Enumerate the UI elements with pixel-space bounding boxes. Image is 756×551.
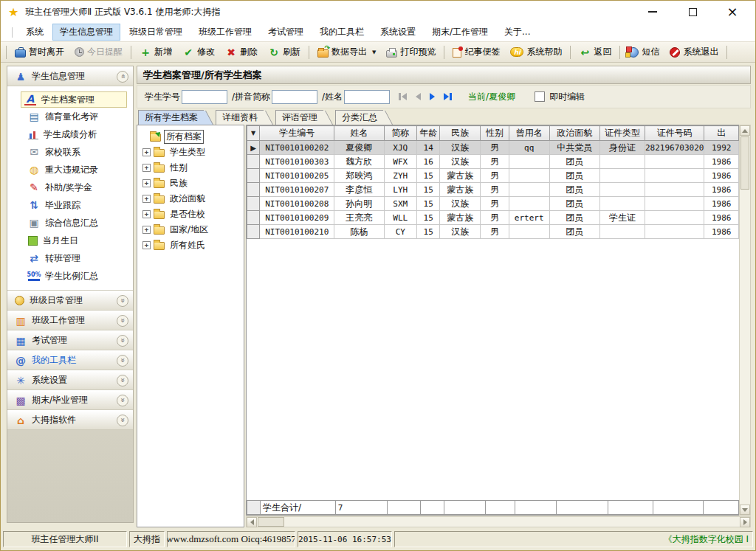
table-cell[interactable]: 团员 <box>549 197 599 211</box>
toolbar-button-6[interactable]: ✖删除 <box>220 44 263 61</box>
table-cell[interactable]: 16 <box>416 155 439 169</box>
expand-chevron-icon[interactable]: » <box>117 315 128 327</box>
vertical-scrollbar[interactable] <box>739 125 751 516</box>
table-cell[interactable]: SXM <box>384 197 416 211</box>
table-cell[interactable]: 团员 <box>549 169 599 183</box>
table-cell[interactable] <box>509 155 549 169</box>
table-cell[interactable]: NIT0010100210 <box>260 225 334 239</box>
expand-plus-icon[interactable]: + <box>142 210 151 218</box>
table-row-0[interactable]: ▶NIT0010100202夏俊卿XJQ14汉族男qq中共党员身份证282196… <box>247 141 739 155</box>
table-cell[interactable]: 魏方欣 <box>334 155 384 169</box>
table-row-3[interactable]: NIT0010100207李彦恒LYH15蒙古族男团员1986 <box>247 183 739 197</box>
column-header-10[interactable]: 出 <box>704 126 739 141</box>
table-cell[interactable]: 1986 <box>704 225 739 239</box>
tab-1[interactable]: 详细资料 <box>216 110 264 125</box>
table-cell[interactable]: 孙向明 <box>334 197 384 211</box>
table-cell[interactable] <box>645 155 704 169</box>
sidebar-section-header-0[interactable]: ♟学生信息管理» <box>7 66 133 86</box>
table-cell[interactable] <box>509 225 549 239</box>
table-cell[interactable]: NIT0010100202 <box>260 141 334 155</box>
sidebar-section-header-2[interactable]: ▥班级工作管理» <box>7 311 133 330</box>
table-cell[interactable]: 男 <box>480 211 509 225</box>
sidebar-section-header-3[interactable]: ▦考试管理» <box>7 330 133 350</box>
table-cell[interactable]: 汉族 <box>440 141 481 155</box>
table-cell[interactable]: 1986 <box>704 169 739 183</box>
table-cell[interactable]: 夏俊卿 <box>334 141 384 155</box>
table-cell[interactable]: ertert <box>509 211 549 225</box>
column-header-4[interactable]: 民族 <box>440 126 481 141</box>
expand-chevron-icon[interactable]: » <box>117 355 128 367</box>
table-cell[interactable]: XJQ <box>384 141 416 155</box>
table-cell[interactable]: qq <box>509 141 549 155</box>
table-cell[interactable] <box>645 197 704 211</box>
expand-plus-icon[interactable]: + <box>142 195 151 203</box>
scroll-track[interactable] <box>285 517 740 527</box>
expand-chevron-icon[interactable]: » <box>117 335 128 347</box>
column-header-5[interactable]: 性别 <box>480 126 509 141</box>
expand-plus-icon[interactable]: + <box>142 241 151 249</box>
horizontal-scroll-thumb[interactable] <box>258 517 284 527</box>
table-cell[interactable]: 蒙古族 <box>440 211 481 225</box>
tab-2[interactable]: 评语管理 <box>275 110 323 125</box>
expand-chevron-icon[interactable]: » <box>117 415 128 426</box>
sidebar-item-0-4[interactable]: ◍重大违规记录 <box>25 161 133 179</box>
table-cell[interactable]: 15 <box>416 225 439 239</box>
expand-plus-icon[interactable]: + <box>142 148 151 156</box>
table-cell[interactable] <box>600 183 645 197</box>
minimize-button[interactable] <box>645 4 661 20</box>
sidebar-item-0-5[interactable]: ✎补助/奖学金 <box>25 179 133 196</box>
menu-item-8[interactable]: 期末/工作管理 <box>425 24 495 41</box>
table-cell[interactable]: 团员 <box>549 211 599 225</box>
collapse-chevron-icon[interactable]: » <box>117 71 128 83</box>
table-cell[interactable]: 15 <box>416 211 439 225</box>
menu-item-1[interactable]: 系统 <box>18 24 51 41</box>
table-cell[interactable]: 1986 <box>704 197 739 211</box>
search-input-0[interactable] <box>182 90 227 104</box>
table-cell[interactable]: 男 <box>480 197 509 211</box>
table-cell[interactable] <box>509 183 549 197</box>
table-cell[interactable]: NIT0010100303 <box>260 155 334 169</box>
table-cell[interactable] <box>509 197 549 211</box>
row-selector-cell[interactable] <box>247 211 260 225</box>
row-selector-cell[interactable] <box>247 197 260 211</box>
table-cell[interactable]: 汉族 <box>440 225 481 239</box>
toolbar-button-5[interactable]: ✔修改 <box>177 44 220 61</box>
toolbar-button-17[interactable]: 短信 <box>623 44 664 61</box>
table-cell[interactable] <box>600 225 645 239</box>
table-cell[interactable]: 14 <box>416 141 439 155</box>
table-cell[interactable] <box>645 225 704 239</box>
table-cell[interactable]: NIT0010100208 <box>260 197 334 211</box>
table-cell[interactable]: 中共党员 <box>549 141 599 155</box>
instant-edit-checkbox[interactable] <box>535 91 545 102</box>
column-header-0[interactable]: 学生编号 <box>260 126 334 141</box>
scroll-track[interactable] <box>740 190 750 505</box>
table-cell[interactable] <box>600 197 645 211</box>
toolbar-button-1[interactable]: 暂时离开 <box>10 44 69 61</box>
toolbar-button-18[interactable]: 系统退出 <box>664 44 724 61</box>
sidebar-item-0-8[interactable]: 当月生日 <box>25 232 133 249</box>
table-row-1[interactable]: NIT0010100303魏方欣WFX16汉族男团员1986 <box>247 155 739 169</box>
table-cell[interactable]: 汉族 <box>440 197 481 211</box>
table-cell[interactable]: NIT0010100209 <box>260 211 334 225</box>
table-cell[interactable]: 男 <box>480 155 509 169</box>
search-input-1[interactable] <box>272 90 317 104</box>
scroll-up-arrow[interactable] <box>740 125 750 136</box>
table-row-6[interactable]: NIT0010100210陈杨CY15汉族男团员1986 <box>247 225 739 239</box>
nav-first-button[interactable] <box>399 93 407 100</box>
table-cell[interactable]: WLL <box>384 211 416 225</box>
toolbar-button-7[interactable]: ↻刷新 <box>263 44 306 61</box>
tab-0[interactable]: 所有学生档案 <box>138 110 204 125</box>
menu-item-5[interactable]: 考试管理 <box>261 24 311 41</box>
row-selector-cell[interactable] <box>247 183 260 197</box>
toolbar-button-4[interactable]: +新增 <box>134 44 177 61</box>
sidebar-section-header-7[interactable]: ⌂大拇指软件» <box>7 410 133 430</box>
table-cell[interactable]: 15 <box>416 169 439 183</box>
close-button[interactable]: × <box>724 4 740 20</box>
sidebar-item-0-6[interactable]: ⇅毕业跟踪 <box>25 196 133 214</box>
nav-last-button[interactable] <box>444 93 452 100</box>
expand-plus-icon[interactable]: + <box>142 164 151 172</box>
table-row-5[interactable]: NIT0010100209王亮亮WLL15蒙古族男ertert团员学生证1986 <box>247 211 739 225</box>
menu-item-4[interactable]: 班级工作管理 <box>191 24 259 41</box>
table-cell[interactable]: NIT0010100205 <box>260 169 334 183</box>
table-cell[interactable]: 男 <box>480 141 509 155</box>
